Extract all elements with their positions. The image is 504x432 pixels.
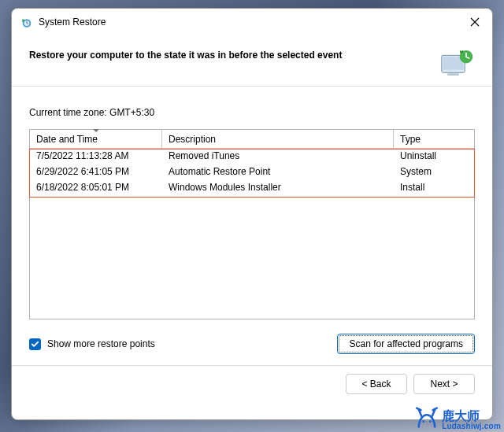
svg-point-7 (429, 420, 432, 423)
system-restore-icon (20, 15, 34, 29)
scan-affected-label: Scan for affected programs (349, 338, 463, 349)
table-header: Date and Time Description Type (30, 130, 474, 149)
titlebar: System Restore (12, 9, 492, 35)
next-label: Next > (430, 378, 458, 390)
watermark-url: Ludashiwj.com (442, 423, 501, 430)
divider (12, 86, 492, 87)
timezone-label: Current time zone: GMT+5:30 (29, 107, 475, 118)
cell-description: Automatic Restore Point (162, 164, 394, 180)
cell-description: Removed iTunes (162, 149, 394, 164)
col-description[interactable]: Description (162, 130, 394, 148)
table-body: 7/5/2022 11:13:28 AM Removed iTunes Unin… (30, 149, 474, 196)
col-type-label: Type (400, 134, 421, 145)
table-row[interactable]: 6/18/2022 8:05:01 PM Windows Modules Ins… (30, 180, 474, 196)
cell-datetime: 6/18/2022 8:05:01 PM (30, 180, 162, 196)
options-row: Show more restore points Scan for affect… (29, 334, 475, 354)
window-title: System Restore (39, 17, 461, 28)
close-button[interactable] (461, 11, 489, 33)
col-date-time-label: Date and Time (36, 134, 98, 145)
col-description-label: Description (169, 134, 216, 145)
check-icon (31, 340, 39, 349)
cell-description: Windows Modules Installer (162, 180, 394, 196)
show-more-label: Show more restore points (47, 338, 155, 349)
scan-affected-button[interactable]: Scan for affected programs (337, 334, 475, 354)
table-row[interactable]: 6/29/2022 6:41:05 PM Automatic Restore P… (30, 164, 474, 180)
close-icon (470, 17, 480, 27)
restore-points-table[interactable]: Date and Time Description Type 7/5/2022 … (29, 129, 475, 319)
cell-type: System (394, 164, 474, 180)
table-row[interactable]: 7/5/2022 11:13:28 AM Removed iTunes Unin… (30, 149, 474, 164)
cell-datetime: 6/29/2022 6:41:05 PM (30, 164, 162, 180)
svg-rect-4 (447, 73, 459, 76)
page-heading: Restore your computer to the state it wa… (29, 50, 431, 61)
show-more-checkbox[interactable] (29, 338, 41, 350)
sort-desc-icon (93, 129, 99, 132)
back-label: < Back (361, 378, 391, 390)
content-area: Restore your computer to the state it wa… (12, 35, 492, 419)
col-type[interactable]: Type (394, 130, 474, 148)
back-button[interactable]: < Back (346, 374, 407, 394)
watermark-logo-icon (413, 407, 440, 430)
watermark: 鹿大师 Ludashiwj.com (413, 407, 501, 430)
cell-type: Install (394, 180, 474, 196)
cell-datetime: 7/5/2022 11:13:28 AM (30, 149, 162, 164)
restore-hero-icon (440, 50, 475, 78)
footer-buttons: < Back Next > (29, 374, 475, 394)
system-restore-window: System Restore Restore your computer to … (11, 8, 493, 420)
watermark-cn: 鹿大师 (442, 410, 501, 423)
header-row: Restore your computer to the state it wa… (29, 50, 475, 78)
col-date-time[interactable]: Date and Time (30, 130, 162, 148)
cell-type: Uninstall (394, 149, 474, 164)
next-button[interactable]: Next > (413, 374, 475, 394)
divider (12, 365, 492, 366)
svg-point-6 (423, 420, 425, 423)
watermark-text: 鹿大师 Ludashiwj.com (442, 410, 501, 430)
